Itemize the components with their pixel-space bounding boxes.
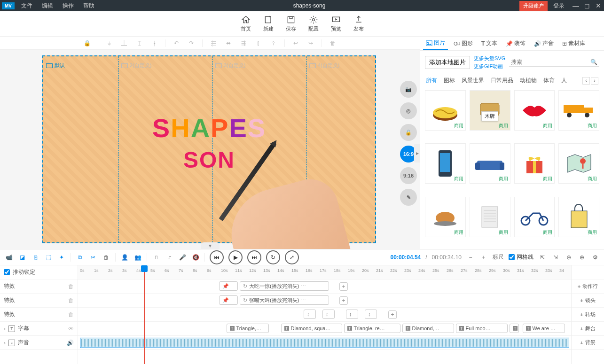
asset-map[interactable]: 商用 — [558, 143, 599, 184]
tl-cut-icon[interactable]: ✂ — [89, 253, 97, 262]
loop-button[interactable]: ↻ — [266, 250, 280, 264]
track-fx-1[interactable]: 特效🗑 — [0, 279, 78, 294]
search-icon[interactable]: 🔍 — [590, 59, 597, 65]
play-button[interactable]: ▶ — [228, 250, 243, 264]
cat-scenery[interactable]: 风景世界 — [462, 77, 484, 85]
tab-text[interactable]: T文本 — [478, 38, 500, 49]
asset-bag[interactable]: 商用 — [558, 197, 599, 237]
tl-settings-icon[interactable]: ⚙ — [591, 253, 599, 262]
scene-tab-3[interactable]: 3(自定义) — [215, 62, 245, 69]
tl-person-icon[interactable]: 👤 — [120, 253, 129, 262]
toolbar-publish[interactable]: 发布 — [353, 15, 364, 32]
timeline-tracks[interactable]: 0s1s2s3s4s5s6s7s8s9s10s11s12s13s14s15s16… — [78, 265, 571, 364]
tl-wave-icon[interactable]: ⎎ — [165, 253, 173, 262]
fx-pin-icon[interactable]: 📌 — [219, 281, 238, 291]
asset-sign[interactable]: 木牌商用 — [470, 90, 510, 131]
distribute-v-icon[interactable]: ⫯ — [269, 39, 278, 47]
asset-papers[interactable]: 商用 — [470, 197, 510, 237]
tl-group-icon[interactable]: 👥 — [133, 253, 142, 262]
distribute-h-icon[interactable]: ⫿ — [254, 39, 263, 47]
tl-fx-icon[interactable]: ⬚ — [44, 253, 53, 262]
cat-people[interactable]: 人 — [561, 77, 567, 85]
asset-motorcycle[interactable]: 商用 — [514, 197, 555, 237]
eye-icon[interactable]: 👁 — [68, 325, 74, 332]
tl-zoomin-icon[interactable]: ⊕ — [578, 253, 586, 262]
expand-icon[interactable]: › — [4, 340, 6, 346]
cat-prev-icon[interactable]: ‹ — [582, 77, 590, 85]
zoom-out-time-icon[interactable]: − — [466, 253, 475, 262]
playhead[interactable] — [144, 265, 145, 364]
delete-icon[interactable]: 🗑 — [329, 39, 337, 47]
undo-icon[interactable]: ↩ — [291, 39, 300, 47]
toolbar-new[interactable]: 新建 — [263, 15, 274, 32]
minimize-button[interactable]: — — [570, 2, 581, 9]
tl-sparkle-icon[interactable]: ✦ — [57, 253, 66, 262]
tab-library[interactable]: ⊞素材库 — [559, 38, 588, 49]
subtitle-clip[interactable]: TWe are … — [523, 324, 565, 333]
cat-animals[interactable]: 动植物 — [520, 77, 537, 85]
tl-camera-icon[interactable]: 📹 — [5, 253, 13, 262]
track-subtitle[interactable]: ›T字幕👁 — [0, 322, 78, 336]
search-input[interactable] — [511, 59, 590, 65]
edit-pen-button[interactable]: ✎ — [400, 189, 417, 206]
expand-icon[interactable]: › — [4, 325, 6, 332]
toolbar-home[interactable]: 首页 — [241, 15, 251, 32]
track-row-fx3[interactable]: ↕ ↕ ↕ ↕ + — [78, 308, 571, 322]
scene-tab-1[interactable]: 默认 — [46, 62, 65, 69]
add-local-image-button[interactable]: 添加本地图片 — [425, 56, 470, 69]
fx-marker[interactable]: ↕ — [322, 310, 335, 319]
redo-icon[interactable]: ↪ — [306, 39, 315, 47]
add-clip-button[interactable]: + — [339, 296, 348, 305]
collapse-down-icon[interactable]: ▾ — [201, 242, 220, 249]
volume-icon[interactable]: 🔊 — [67, 340, 74, 346]
close-button[interactable]: ✕ — [593, 2, 604, 9]
tl-trash-icon[interactable]: 🗑 — [102, 253, 110, 262]
rotate-left-icon[interactable]: ↶ — [172, 39, 180, 47]
track-row-fx1[interactable]: 📌 ↻大吃一惊(播放完消失)⋯ + — [78, 279, 571, 294]
align-left-icon[interactable]: ⬱ — [209, 39, 218, 47]
tl-mic-icon[interactable]: 🎤 — [178, 253, 187, 262]
tl-mute-icon[interactable]: 🔇 — [191, 253, 200, 262]
align-bottom-icon[interactable]: ⏚ — [105, 39, 113, 47]
fx-clip-1[interactable]: ↻大吃一惊(播放完消失)⋯ — [240, 281, 329, 291]
subtitle-clip[interactable]: TTriangle,… — [227, 324, 269, 333]
zoom-in-time-icon[interactable]: + — [479, 253, 488, 262]
subtitle-clip[interactable]: TFull moo… — [456, 324, 508, 333]
align-top-icon[interactable]: ⏊ — [120, 39, 128, 47]
fx-clip-2[interactable]: ↻张嘴大叫(播放完消失)⋯ — [240, 295, 329, 305]
add-clip-button[interactable]: + — [339, 282, 348, 291]
tl-export-icon[interactable]: ⇱ — [538, 253, 547, 262]
time-ruler[interactable]: 0s1s2s3s4s5s6s7s8s9s10s11s12s13s14s15s16… — [78, 265, 571, 279]
target-button[interactable]: ◎ — [400, 102, 417, 119]
track-row-audio[interactable] — [78, 336, 571, 350]
total-time[interactable]: 00:00:34.10 — [432, 254, 462, 261]
lock-icon[interactable]: 🔒 — [83, 39, 91, 47]
track-fx-3[interactable]: 特效🗑 — [0, 308, 78, 322]
cat-icons[interactable]: 图标 — [444, 77, 455, 85]
tab-image[interactable]: 图片 — [423, 37, 448, 50]
prev-button[interactable]: ⏮ — [210, 250, 224, 264]
toolbar-save[interactable]: 保存 — [286, 15, 296, 32]
maximize-button[interactable]: ◻ — [581, 2, 593, 9]
toolbar-preview[interactable]: 预览 — [331, 15, 341, 32]
add-background-button[interactable]: +背景 — [572, 336, 604, 350]
tab-sound[interactable]: 🔊声音 — [531, 38, 557, 49]
login-button[interactable]: 登录 — [548, 2, 570, 10]
delete-track-icon[interactable]: 🗑 — [68, 283, 74, 290]
asset-sofa[interactable]: 商用 — [470, 143, 510, 184]
camera-snapshot-button[interactable]: 📷 — [400, 81, 417, 98]
asset-lips[interactable]: 商用 — [514, 90, 555, 131]
tl-voice-icon[interactable]: ⎍ — [152, 253, 160, 262]
aspect-9-16-button[interactable]: 9:16 — [400, 167, 417, 184]
tl-frame-icon[interactable]: ◪ — [18, 253, 26, 262]
subtitle-clip[interactable]: TDiamond,… — [402, 324, 454, 333]
tab-decor[interactable]: 📌装饰 — [503, 38, 528, 49]
upgrade-button[interactable]: 升级账户 — [519, 1, 548, 11]
align-stretch-icon[interactable]: ⍿ — [150, 39, 158, 47]
audio-clip[interactable] — [80, 338, 569, 348]
tab-shape[interactable]: 图形 — [451, 38, 476, 49]
fx-pin-icon[interactable]: 📌 — [219, 295, 238, 305]
subtitle-clip[interactable]: TDiamond, squa… — [281, 324, 342, 333]
fx-marker[interactable]: ↕ — [365, 310, 377, 319]
track-audio[interactable]: ›♪声音🔊 — [0, 336, 78, 350]
